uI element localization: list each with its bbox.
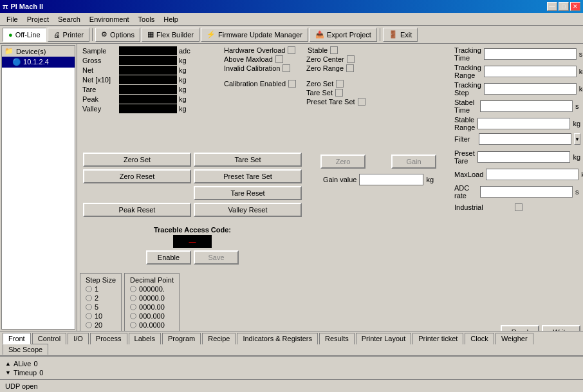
menu-search[interactable]: Search bbox=[54, 14, 84, 24]
menu-tools[interactable]: Tools bbox=[134, 14, 159, 24]
filter-input[interactable] bbox=[479, 133, 571, 145]
reading-unit-gross: kg bbox=[178, 56, 197, 65]
cal-enabled-checkbox[interactable] bbox=[288, 80, 296, 88]
flag-label: Zero Range bbox=[306, 64, 344, 72]
preset-tare-set-checkbox[interactable] bbox=[358, 98, 366, 106]
step-20-radio[interactable] bbox=[86, 322, 92, 328]
tare-set-button[interactable]: Tare Set bbox=[194, 153, 302, 167]
tab-process[interactable]: Process bbox=[90, 333, 127, 344]
tracking-step-input[interactable] bbox=[484, 83, 577, 95]
step-10-radio[interactable] bbox=[86, 313, 92, 319]
gain-button[interactable]: Gain bbox=[391, 154, 436, 169]
tab-control[interactable]: Control bbox=[32, 333, 66, 344]
tab-labels[interactable]: Labels bbox=[129, 333, 161, 344]
dec-1-radio[interactable] bbox=[130, 295, 136, 301]
window-title: PI Mach II bbox=[10, 3, 43, 10]
peak-reset-button[interactable]: Peak Reset bbox=[83, 203, 191, 217]
zero-center-checkbox[interactable] bbox=[347, 55, 355, 63]
printer-button[interactable]: 🖨 Printer bbox=[48, 28, 89, 42]
tare-set-checkbox[interactable] bbox=[335, 89, 343, 97]
alive-label: ALive bbox=[14, 360, 32, 368]
step-1-radio[interactable] bbox=[86, 286, 92, 292]
maxload-input[interactable] bbox=[486, 169, 578, 180]
reading-display-gross bbox=[119, 56, 177, 65]
tab-program[interactable]: Program bbox=[162, 333, 201, 344]
tab-sbc-scope[interactable]: Sbc Scope bbox=[3, 344, 48, 355]
dec-3-row: 000.000 bbox=[130, 312, 174, 320]
step-1-row: 1 bbox=[86, 285, 116, 293]
adc-rate-unit: s bbox=[575, 188, 580, 196]
window-icon: π bbox=[3, 3, 8, 10]
read-button[interactable]: Read bbox=[501, 325, 539, 331]
firmware-button[interactable]: ⚡ Firmware Update Manager bbox=[201, 28, 308, 42]
valley-reset-button[interactable]: Valley Reset bbox=[194, 203, 302, 217]
alive-row: ▲ ALive 0 bbox=[5, 360, 578, 368]
zero-range-checkbox[interactable] bbox=[346, 64, 354, 72]
dec-2-radio[interactable] bbox=[130, 304, 136, 310]
preset-tare-set-button[interactable]: Preset Tare Set bbox=[194, 169, 302, 183]
tab-weigher[interactable]: Weigher bbox=[495, 333, 533, 344]
hardware-overload-checkbox[interactable] bbox=[288, 46, 295, 54]
menu-help[interactable]: Help bbox=[160, 14, 182, 24]
industrial-checkbox[interactable] bbox=[515, 203, 523, 211]
dec-0-radio[interactable] bbox=[130, 286, 136, 292]
tab-clock[interactable]: Clock bbox=[465, 333, 494, 344]
sidebar-item-device[interactable]: 🔵 10.1.2.4 bbox=[2, 57, 75, 68]
toolbar-separator2 bbox=[380, 28, 380, 41]
filter-dropdown-arrow[interactable]: ▼ bbox=[574, 133, 580, 145]
tare-reset-button[interactable]: Tare Reset bbox=[194, 186, 302, 200]
offline-button[interactable]: ● Off-Line bbox=[3, 28, 46, 42]
stable-checkbox[interactable] bbox=[330, 46, 338, 54]
step-2-radio[interactable] bbox=[86, 295, 92, 301]
zero-button[interactable]: Zero bbox=[320, 154, 366, 169]
toolbar-separator bbox=[92, 28, 93, 41]
printer-label: Printer bbox=[63, 31, 84, 39]
menu-project[interactable]: Project bbox=[23, 14, 53, 24]
stable-range-input[interactable] bbox=[477, 118, 570, 129]
firmware-icon: ⚡ bbox=[207, 30, 216, 39]
menu-file[interactable]: File bbox=[3, 14, 22, 24]
zero-set-button[interactable]: Zero Set bbox=[83, 153, 191, 167]
dec-4-radio[interactable] bbox=[130, 322, 136, 328]
export-button[interactable]: 📤 Export Project bbox=[310, 28, 377, 42]
gain-value-input[interactable] bbox=[359, 174, 423, 185]
tracking-time-label: Tracking Time bbox=[454, 46, 481, 62]
save-access-button[interactable]: Save bbox=[194, 250, 239, 265]
tab-indicators[interactable]: Indicators & Registers bbox=[237, 333, 318, 344]
toolbar: ● Off-Line 🖨 Printer ⚙ Options ▦ Flex Bu… bbox=[0, 26, 583, 44]
close-button[interactable]: ✕ bbox=[570, 2, 580, 11]
zero-set-checkbox[interactable] bbox=[336, 80, 344, 88]
main-content: Sample adc Gross kg Net kg Net [x10] kg … bbox=[77, 44, 583, 331]
tab-io[interactable]: I/O bbox=[68, 333, 89, 344]
dec-3-radio[interactable] bbox=[130, 313, 136, 319]
tab-printer-layout[interactable]: Printer Layout bbox=[356, 333, 411, 344]
exit-button[interactable]: 🚪 Exit bbox=[383, 28, 418, 42]
preset-tare-label: Preset Tare bbox=[454, 149, 475, 165]
step-2-label: 2 bbox=[95, 294, 98, 302]
adc-rate-label: ADC rate bbox=[454, 184, 477, 200]
minimize-button[interactable]: — bbox=[547, 2, 557, 11]
adc-rate-input[interactable] bbox=[480, 186, 573, 198]
tracking-time-input[interactable] bbox=[484, 48, 577, 60]
tracking-range-input[interactable] bbox=[484, 66, 577, 77]
right-panel-bottom: Preset Tare kg MaxLoad kg ADC rate s bbox=[452, 149, 580, 331]
step-5-radio[interactable] bbox=[86, 304, 92, 310]
preset-tare-input[interactable] bbox=[477, 151, 570, 163]
tab-recipe[interactable]: Recipe bbox=[202, 333, 236, 344]
flex-builder-button[interactable]: ▦ Flex Builder bbox=[142, 28, 199, 42]
step-20-label: 20 bbox=[95, 321, 102, 329]
tab-results[interactable]: Results bbox=[319, 333, 355, 344]
above-maxload-checkbox[interactable] bbox=[275, 55, 283, 63]
offline-label: Off-Line bbox=[15, 31, 41, 39]
menu-environment[interactable]: Environment bbox=[86, 14, 133, 24]
enable-button[interactable]: Enable bbox=[146, 250, 191, 265]
maximize-button[interactable]: □ bbox=[559, 2, 569, 11]
tab-printer-ticket[interactable]: Printer ticket bbox=[412, 333, 463, 344]
tab-front[interactable]: Front bbox=[3, 333, 31, 344]
flags-left: Hardware Overload Above Maxload Invalid … bbox=[224, 46, 296, 106]
write-button[interactable]: Write bbox=[542, 325, 580, 331]
invalid-cal-checkbox[interactable] bbox=[282, 64, 290, 72]
options-button[interactable]: ⚙ Options bbox=[95, 28, 140, 42]
zero-reset-button[interactable]: Zero Reset bbox=[83, 169, 191, 183]
stable-time-input[interactable] bbox=[480, 100, 573, 112]
